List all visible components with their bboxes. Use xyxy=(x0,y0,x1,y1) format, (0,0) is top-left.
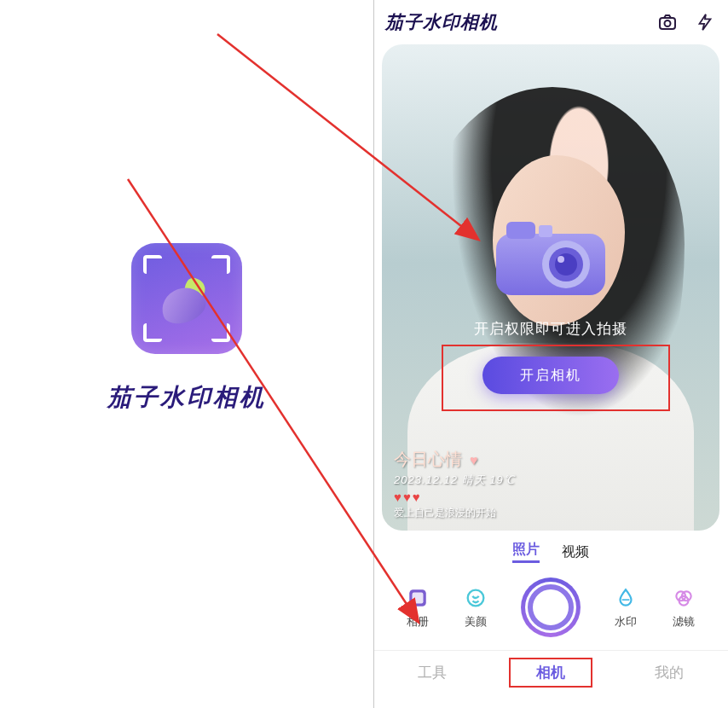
header: 茄子水印相机 xyxy=(373,0,728,44)
app-name-label: 茄子水印相机 xyxy=(107,381,266,414)
svg-rect-4 xyxy=(539,225,552,237)
filter-label: 滤镜 xyxy=(673,614,695,630)
flash-icon[interactable] xyxy=(694,11,716,33)
permission-text: 开启权限即可进入拍摄 xyxy=(382,319,719,339)
svg-rect-0 xyxy=(660,18,675,29)
album-icon xyxy=(405,585,430,611)
svg-rect-10 xyxy=(413,593,424,604)
svg-point-1 xyxy=(665,20,671,26)
eggplant-icon xyxy=(161,276,212,322)
left-panel: 茄子水印相机 xyxy=(0,0,373,708)
header-title: 茄子水印相机 xyxy=(385,10,498,34)
beauty-label: 美颜 xyxy=(465,614,487,630)
hearts-row-icon: ♥♥♥ xyxy=(394,490,515,504)
panel-divider xyxy=(373,0,374,708)
watermark-mood-title: 今日心情 xyxy=(394,450,462,468)
enable-camera-button[interactable]: 开启相机 xyxy=(482,357,619,394)
tab-photo[interactable]: 照片 xyxy=(512,541,540,563)
app-icon xyxy=(131,243,242,354)
app-screen: 茄子水印相机 xyxy=(373,0,728,708)
heart-icon: ♥ xyxy=(470,453,478,467)
watermark-caption: 爱上自己是浪浸的开始 xyxy=(394,506,515,520)
beauty-button[interactable]: 美颜 xyxy=(463,585,488,630)
nav-camera[interactable]: 相机 xyxy=(509,658,592,688)
watermark-label: 水印 xyxy=(615,614,637,630)
album-label: 相册 xyxy=(407,614,429,630)
svg-rect-3 xyxy=(506,222,535,239)
tab-video[interactable]: 视频 xyxy=(562,543,589,561)
camera-graphic-icon xyxy=(491,215,610,300)
camera-preview: 开启权限即可进入拍摄 开启相机 今日心情 ♥ 2023.12.12 晴天 19℃… xyxy=(382,44,719,531)
album-button[interactable]: 相册 xyxy=(405,585,430,630)
beauty-icon xyxy=(463,585,488,611)
camera-switch-icon[interactable] xyxy=(656,11,679,33)
filter-button[interactable]: 滤镜 xyxy=(671,585,696,630)
nav-mine[interactable]: 我的 xyxy=(629,659,709,686)
tool-row: 相册 美颜 水印 滤镜 xyxy=(373,565,728,650)
mode-tabs: 照片 视频 xyxy=(373,531,728,565)
watermark-overlay: 今日心情 ♥ 2023.12.12 晴天 19℃ ♥♥♥ 爱上自己是浪浸的开始 xyxy=(394,448,515,520)
watermark-date: 2023.12.12 晴天 19℃ xyxy=(394,473,515,488)
filter-icon xyxy=(671,585,696,611)
bottom-nav: 工具 相机 我的 xyxy=(373,650,728,694)
watermark-button[interactable]: 水印 xyxy=(613,585,638,630)
nav-tools[interactable]: 工具 xyxy=(392,659,472,686)
svg-point-7 xyxy=(555,253,577,276)
shutter-button[interactable] xyxy=(521,577,581,637)
svg-point-8 xyxy=(558,256,564,263)
water-drop-icon xyxy=(613,585,638,611)
